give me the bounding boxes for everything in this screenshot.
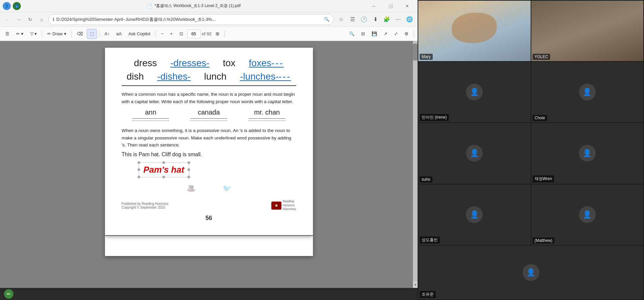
maximize-button[interactable]: ⬜: [383, 1, 398, 11]
window-controls: ─ ⬜ ✕: [366, 1, 415, 11]
yglec-video-thumb: [531, 1, 644, 61]
toolbar-separator-6: [414, 30, 414, 38]
title-bar: 👤 e 📄 *홈클래스 Workbook_초1-3 Level 2_최종 (1)…: [0, 0, 418, 12]
word-foxes: foxes---: [249, 58, 284, 69]
eraser-button[interactable]: ⌫: [74, 29, 86, 39]
handle-tr[interactable]: [187, 161, 190, 164]
handle-tl[interactable]: [138, 161, 140, 164]
footer-left-text: Published by Reading Horizons Copyright …: [122, 202, 169, 209]
settings-button[interactable]: ⚙: [402, 29, 411, 39]
fit-page-button[interactable]: ⊡: [177, 29, 186, 39]
scroll-track: ▾: [413, 41, 418, 288]
pen-button[interactable]: ✏: [4, 289, 13, 299]
text-format-button[interactable]: aA: [114, 29, 124, 39]
hat-icon: 🎩: [186, 184, 196, 193]
pdf-toolbar: ☰ ✏ ▾ ▽ ▾ ✏ Draw ▾ ⌫ ⬚ A↑ aA Ask Copilot…: [0, 27, 418, 41]
annotation-tools-button[interactable]: ✏ ▾: [13, 29, 26, 39]
word-dresses: -dresses-: [170, 58, 210, 69]
zoom-out-button[interactable]: −: [158, 29, 166, 39]
proper-noun-mr-chan: mr. chan: [249, 109, 285, 121]
participant-wren-cell: 👤 채정Wren: [531, 123, 644, 183]
view-mode-button[interactable]: ⊟: [359, 29, 368, 39]
matthew-placeholder: 👤: [579, 206, 596, 223]
draw-button[interactable]: ✏ Draw ▾: [45, 29, 69, 39]
noun-canada-line: [190, 118, 227, 119]
back-button[interactable]: ←: [3, 15, 12, 24]
pdf-footer: Published by Reading Horizons Copyright …: [122, 200, 296, 211]
text-size-button[interactable]: A↑: [102, 29, 112, 39]
instruction-text-1: When a common noun has a specific name, …: [122, 91, 296, 105]
title-bar-left: 👤 e: [3, 2, 21, 10]
mary-video-thumb: [418, 1, 531, 61]
toolbar-separator-5: [224, 30, 225, 38]
participant-chole-cell: 👤 Chole: [531, 62, 644, 122]
ask-copilot-button[interactable]: Ask Copilot: [126, 29, 153, 39]
page-navigation: of 92: [187, 30, 212, 38]
browser-window: 👤 e 📄 *홈클래스 Workbook_초1-3 Level 2_최종 (1)…: [0, 0, 418, 300]
fullscreen-button[interactable]: ⤢: [391, 29, 400, 39]
participant-joyujun-cell: 👤 조유준: [418, 246, 643, 299]
participant-yglec-cell: YGLEC: [531, 1, 644, 61]
favorites-bar-button[interactable]: ☰: [347, 14, 358, 25]
suho-name-tag: suho: [420, 176, 432, 182]
word-dress: dress: [134, 58, 157, 69]
proper-noun-canada: canada: [190, 109, 227, 121]
rh-icon: 🏠: [271, 202, 281, 210]
page-number-input[interactable]: [187, 30, 201, 38]
app-icon: e: [13, 2, 21, 10]
publisher-text: Published by Reading Horizons: [122, 202, 169, 206]
sentence-text: This is Pam hat. Cliff dog is small.: [122, 152, 202, 157]
close-button[interactable]: ✕: [399, 1, 415, 11]
favorites-button[interactable]: ☆: [336, 14, 346, 25]
page-total: of 92: [202, 31, 212, 36]
noun-canada-label: canada: [198, 109, 220, 116]
suho-placeholder: 👤: [466, 145, 483, 162]
video-panel: Mary YGLEC 👤 민아인 (Irene) 👤 Chole 👤 suho …: [418, 0, 644, 300]
wren-placeholder: 👤: [579, 145, 596, 162]
cursor-button[interactable]: ⬚: [87, 29, 97, 39]
joyujun-placeholder: 👤: [523, 264, 539, 281]
url-actions: ☆ ☰ 🕐 ⬇ 🧩 ⋯ 🌐: [336, 14, 415, 25]
minimize-button[interactable]: ─: [366, 1, 381, 11]
scroll-thumb[interactable]: [413, 44, 418, 60]
handle-tm[interactable]: [162, 161, 165, 164]
save-button[interactable]: 💾: [369, 29, 380, 39]
filter-button[interactable]: ▽ ▾: [28, 29, 40, 39]
fit-zoom-button[interactable]: ⊞: [213, 29, 222, 39]
window-title: *홈클래스 Workbook_초1-3 Level 2_최종 (1).pdf: [155, 3, 241, 9]
browser-icon-button[interactable]: 🌐: [404, 14, 415, 25]
home-button[interactable]: ⌂: [37, 15, 46, 24]
handle-bl[interactable]: [138, 176, 140, 178]
more-tools-button[interactable]: ⋯: [393, 14, 404, 25]
pdf-page: dress -dresses- tox foxes--- dish -dishe…: [105, 48, 313, 235]
share-button[interactable]: ↗: [381, 29, 390, 39]
scroll-down[interactable]: ▾: [413, 281, 418, 288]
noun-canada-dashes: [190, 121, 227, 121]
toolbar-separator-2: [71, 30, 72, 38]
refresh-button[interactable]: ↻: [25, 15, 35, 24]
forward-button[interactable]: →: [14, 15, 23, 24]
pdf-scroll-area[interactable]: dress -dresses- tox foxes--- dish -dishe…: [0, 41, 418, 300]
section-divider: [122, 85, 296, 86]
pams-hat-text: Pam's hat: [144, 165, 184, 175]
footer-illustrations: 🎩 🐦: [122, 184, 296, 193]
handle-br[interactable]: [187, 176, 190, 178]
sidebar-toggle-button[interactable]: ☰: [3, 29, 12, 39]
url-input[interactable]: ℹ D:/2024/Spring%20Semester-April~June/R…: [48, 14, 334, 25]
zoom-in-button[interactable]: +: [167, 29, 175, 39]
handle-rm[interactable]: [187, 168, 190, 171]
yglec-name-tag: YGLEC: [533, 54, 550, 60]
bird-icon: 🐦: [222, 184, 231, 193]
history-button[interactable]: 🕐: [359, 14, 369, 25]
noun-ann-label: ann: [145, 109, 156, 116]
handle-lm[interactable]: [138, 168, 140, 171]
mary-name-tag: Mary: [420, 54, 433, 60]
extensions-button[interactable]: 🧩: [381, 14, 392, 25]
downloads-button[interactable]: ⬇: [370, 14, 381, 25]
search-button[interactable]: 🔍: [346, 29, 357, 39]
bottom-bar: ✏: [0, 288, 418, 300]
copyright-text: Copyright © September 2015: [122, 206, 169, 209]
url-search-icon: 🔍: [324, 17, 329, 22]
handle-bm[interactable]: [162, 176, 165, 178]
word-tox: tox: [223, 58, 235, 69]
